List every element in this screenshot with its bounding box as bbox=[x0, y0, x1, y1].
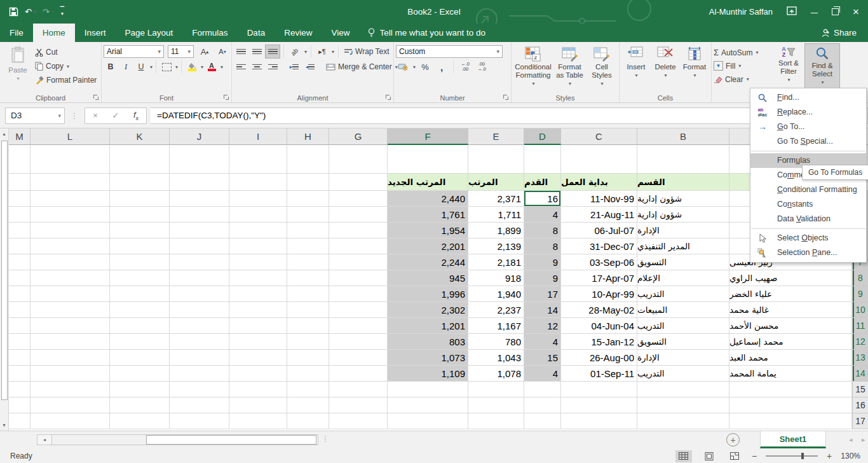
cell-J6[interactable] bbox=[170, 238, 229, 254]
comma-style-button[interactable]: , bbox=[435, 60, 449, 73]
cell-L12[interactable] bbox=[31, 334, 110, 350]
normal-view-icon[interactable] bbox=[675, 450, 692, 462]
cell-G10[interactable] bbox=[329, 302, 388, 318]
tab-insert[interactable]: Insert bbox=[75, 24, 116, 42]
cell-J13[interactable] bbox=[170, 350, 229, 366]
font-color-button[interactable]: A bbox=[205, 60, 219, 73]
underline-button[interactable]: U bbox=[134, 60, 148, 73]
redo-dropdown-icon[interactable]: ▾ bbox=[51, 9, 54, 15]
font-name-select[interactable]: Arial▾ bbox=[104, 45, 164, 58]
cell-E2[interactable]: المرتب bbox=[468, 174, 524, 191]
horizontal-scrollbar[interactable]: ◂ ▸ bbox=[37, 434, 318, 445]
row-header-15[interactable]: 15 bbox=[852, 382, 868, 397]
cell-H8[interactable] bbox=[287, 270, 329, 286]
cell-I8[interactable] bbox=[229, 270, 287, 286]
cell-H4[interactable] bbox=[287, 207, 329, 223]
row-header-14[interactable]: 14 bbox=[852, 366, 868, 382]
bottom-align-button[interactable] bbox=[266, 45, 280, 58]
cell-F14[interactable]: 1,109 bbox=[388, 366, 468, 382]
account-user-name[interactable]: Al-Munthir Saffan bbox=[709, 7, 773, 17]
number-format-select[interactable]: Custom▾ bbox=[396, 45, 503, 58]
clipboard-dialog-launcher[interactable] bbox=[93, 95, 99, 100]
cell-K16[interactable] bbox=[110, 397, 170, 413]
cell-L14[interactable] bbox=[31, 366, 110, 382]
cell-L17[interactable] bbox=[31, 413, 110, 429]
column-header-I[interactable]: I bbox=[229, 128, 287, 145]
cell-M16[interactable] bbox=[9, 397, 31, 413]
menu-item-data-validation[interactable]: Data Validation bbox=[750, 212, 866, 226]
column-header-E[interactable]: E bbox=[468, 128, 524, 145]
cell-G9[interactable] bbox=[329, 286, 388, 302]
cell-C17[interactable] bbox=[561, 413, 637, 429]
cell-J17[interactable] bbox=[170, 413, 229, 429]
cell-B16[interactable] bbox=[637, 397, 729, 413]
delete-cells-button[interactable]: Delete ▾ bbox=[651, 44, 680, 92]
insert-function-icon[interactable]: fx bbox=[126, 110, 146, 121]
cell-B3[interactable]: شؤون إدارية bbox=[637, 191, 729, 207]
number-dialog-launcher[interactable] bbox=[503, 95, 509, 100]
cell-M8[interactable] bbox=[9, 270, 31, 286]
cell-B4[interactable]: شؤون إدارية bbox=[637, 207, 729, 223]
cell-F3[interactable]: 2,440 bbox=[388, 191, 468, 207]
find-select-button[interactable]: Find & Select ▾ bbox=[805, 44, 839, 92]
clear-dropdown-icon[interactable]: ▾ bbox=[747, 76, 749, 82]
cell-D8[interactable]: 9 bbox=[524, 270, 561, 286]
cell-K8[interactable] bbox=[110, 270, 170, 286]
cell-D10[interactable]: 14 bbox=[524, 302, 561, 318]
cell-D14[interactable]: 4 bbox=[524, 366, 561, 382]
column-header-K[interactable]: K bbox=[110, 128, 170, 145]
cell-J11[interactable] bbox=[170, 318, 229, 334]
row-header-11[interactable]: 11 bbox=[852, 318, 868, 334]
cell-M1[interactable] bbox=[9, 145, 31, 174]
tab-data[interactable]: Data bbox=[238, 24, 275, 42]
cell-C16[interactable] bbox=[561, 397, 637, 413]
cell-K2[interactable] bbox=[110, 174, 170, 191]
fill-dropdown-icon[interactable]: ▾ bbox=[738, 63, 741, 69]
cell-I6[interactable] bbox=[229, 238, 287, 254]
find-select-dropdown-icon[interactable]: ▾ bbox=[821, 79, 824, 85]
merge-center-button[interactable]: Merge & Center ▾ bbox=[325, 60, 399, 74]
cell-H5[interactable] bbox=[287, 223, 329, 238]
cell-A17[interactable] bbox=[729, 413, 852, 429]
cell-L16[interactable] bbox=[31, 397, 110, 413]
clear-button[interactable]: Clear ▾ bbox=[714, 73, 772, 86]
cell-F16[interactable] bbox=[388, 397, 468, 413]
cell-F5[interactable]: 1,954 bbox=[388, 223, 468, 238]
add-sheet-button[interactable]: + bbox=[726, 433, 740, 446]
menu-item-selection-pane[interactable]: Selection Pane... bbox=[750, 245, 866, 260]
row-header-16[interactable]: 16 bbox=[852, 397, 868, 413]
cell-E12[interactable]: 780 bbox=[468, 334, 524, 350]
row-header-13[interactable]: 13 bbox=[852, 350, 868, 366]
cell-M7[interactable] bbox=[9, 254, 31, 270]
column-header-B[interactable]: B bbox=[637, 128, 729, 145]
cell-I12[interactable] bbox=[229, 334, 287, 350]
cell-J12[interactable] bbox=[170, 334, 229, 350]
cell-I1[interactable] bbox=[229, 145, 287, 174]
cell-M12[interactable] bbox=[9, 334, 31, 350]
cell-G14[interactable] bbox=[329, 366, 388, 382]
name-box[interactable]: D3 ▾ bbox=[5, 107, 65, 124]
cell-K10[interactable] bbox=[110, 302, 170, 318]
wrap-text-button[interactable]: Wrap Text bbox=[342, 45, 391, 59]
cell-L3[interactable] bbox=[31, 191, 110, 207]
cell-M4[interactable] bbox=[9, 207, 31, 223]
cell-J4[interactable] bbox=[170, 207, 229, 223]
cell-G15[interactable] bbox=[329, 382, 388, 397]
name-box-dropdown-icon[interactable]: ▾ bbox=[58, 113, 64, 119]
cell-I7[interactable] bbox=[229, 254, 287, 270]
cell-H1[interactable] bbox=[287, 145, 329, 174]
cell-F4[interactable]: 1,761 bbox=[388, 207, 468, 223]
align-left-button[interactable] bbox=[234, 60, 248, 73]
cell-D5[interactable]: 8 bbox=[524, 223, 561, 238]
cell-K12[interactable] bbox=[110, 334, 170, 350]
borders-button[interactable] bbox=[159, 60, 173, 73]
menu-item-conditional-formatting[interactable]: Conditional Formatting bbox=[750, 183, 866, 197]
cell-I13[interactable] bbox=[229, 350, 287, 366]
cell-E7[interactable]: 2,181 bbox=[468, 254, 524, 270]
autosum-dropdown-icon[interactable]: ▾ bbox=[756, 50, 758, 55]
cell-M5[interactable] bbox=[9, 223, 31, 238]
cell-I3[interactable] bbox=[229, 191, 287, 207]
cell-F11[interactable]: 1,201 bbox=[388, 318, 468, 334]
cell-H3[interactable] bbox=[287, 191, 329, 207]
delete-dropdown-icon[interactable]: ▾ bbox=[664, 73, 667, 78]
